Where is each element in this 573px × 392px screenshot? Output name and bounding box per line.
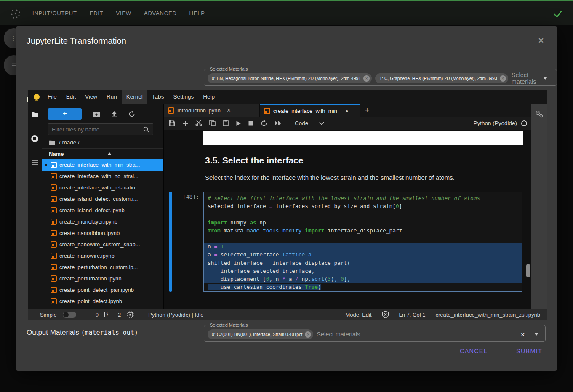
upload-icon[interactable] (111, 111, 117, 117)
lightbulb-icon[interactable] (34, 94, 40, 100)
jupyter-menu-item[interactable]: Help (198, 90, 219, 104)
material-chip[interactable]: 1: C, Graphene, HEX (P6/mmm) 2D (Monolay… (375, 73, 508, 83)
save-icon[interactable] (169, 120, 175, 126)
file-list-item[interactable]: create_nanowire.ipynb (42, 250, 163, 261)
input-dropdown-arrow-icon[interactable] (543, 77, 547, 80)
new-launcher-button[interactable]: + (48, 108, 82, 120)
code-cell-editor[interactable]: # select the first interface with the lo… (203, 192, 522, 292)
jupyter-menu-item[interactable]: View (80, 90, 102, 104)
refresh-icon[interactable] (128, 111, 135, 117)
file-list-item[interactable]: create_interface_with_no_strai... (42, 171, 163, 182)
topbar-menu-item[interactable]: HELP (189, 10, 205, 16)
running-sessions-tab-icon[interactable] (31, 135, 39, 143)
kernels-count[interactable]: 2 (118, 312, 121, 318)
input-select-placeholder[interactable]: Select materials (512, 72, 536, 85)
sort-ascending-icon (107, 152, 112, 155)
kernel-name[interactable]: Python (Pyodide) (473, 120, 517, 126)
property-inspector-gears-icon[interactable] (535, 110, 544, 119)
app-logo-icon[interactable] (10, 8, 21, 19)
notebook-scrollbar[interactable] (526, 130, 530, 309)
jupyter-menu-item[interactable]: Run (102, 90, 122, 104)
notebook-toolbar: Code Python (Pyodide) (164, 117, 531, 130)
tab-create-interface[interactable]: create_interface_with_min_ ● (260, 104, 360, 117)
topbar-menu-item[interactable]: INPUT/OUTPUT (32, 10, 77, 16)
terminal-icon[interactable]: $_ (104, 312, 112, 317)
home-folder-icon[interactable] (49, 140, 56, 145)
cursor-position[interactable]: Ln 7, Col 1 (399, 312, 426, 318)
notebook-scroll-area[interactable]: 3.5. Select the interface Select the ind… (164, 130, 531, 309)
copy-cell-icon[interactable] (209, 120, 216, 126)
code-line: selected_interface = interfaces_sorted_b… (204, 202, 522, 210)
topbar-menu-item[interactable]: ADVANCED (144, 10, 177, 16)
material-chip[interactable]: 0: C2(001)-BN(001), Interface, Strain 0.… (208, 329, 313, 339)
cancel-button[interactable]: CANCEL (456, 344, 492, 358)
tab-introduction[interactable]: Introduction.ipynb × (164, 104, 260, 117)
stop-kernel-icon[interactable] (248, 121, 253, 126)
restart-run-all-icon[interactable] (275, 120, 282, 126)
input-materials-select[interactable]: Selected Materials 0: BN, Hexagonal Boro… (204, 67, 557, 86)
file-list-item[interactable]: create_nanowire_custom_shap... (42, 239, 163, 250)
terminals-count[interactable]: 0 (96, 312, 99, 318)
breadcrumb[interactable]: / made / (42, 135, 163, 148)
clear-selection-icon[interactable]: × (520, 331, 525, 339)
file-list-item[interactable]: create_island_defect_custom.i... (42, 193, 163, 205)
jupyter-menu-item[interactable]: Tabs (147, 90, 169, 104)
paste-cell-icon[interactable] (223, 120, 229, 126)
file-list-header[interactable]: Name ... (42, 148, 163, 159)
output-materials-select[interactable]: Selected Materials 0: C2(001)-BN(001), I… (204, 323, 546, 342)
topbar-menu-item[interactable]: VIEW (116, 10, 131, 16)
jupyter-menu-item[interactable]: Kernel (122, 90, 147, 104)
trust-shield-icon[interactable] (382, 311, 389, 318)
file-list-item[interactable]: create_perturbation.ipynb (42, 273, 163, 284)
breadcrumb-path: / made / (59, 139, 80, 146)
notebook-file-icon (51, 184, 57, 191)
kernel-idle-icon[interactable] (521, 120, 527, 126)
left-activity-bar (28, 104, 42, 309)
file-list-item[interactable]: create_point_defect_pair.ipynb (42, 284, 163, 296)
jupyter-menu-item[interactable]: File (43, 90, 61, 104)
cut-cell-icon[interactable] (195, 120, 202, 126)
kernel-chip-icon[interactable] (127, 311, 134, 318)
simple-mode-toggle[interactable] (63, 312, 76, 318)
code-line: displacement=[0, n * a / np.sqrt(3), 0], (204, 275, 522, 283)
file-filter-input[interactable] (52, 126, 141, 133)
file-browser-tab-icon[interactable] (31, 112, 39, 118)
add-cell-icon[interactable] (182, 120, 188, 126)
file-list-item[interactable]: create_monolayer.ipynb (42, 216, 163, 227)
file-list-item[interactable]: create_nanoribbon.ipynb (42, 227, 163, 239)
jupyter-menu-item[interactable]: Settings (168, 90, 198, 104)
file-list-item[interactable]: create_perturbation_custom.ip... (42, 261, 163, 273)
topbar-menu-item[interactable]: EDIT (90, 10, 104, 16)
notebook-file-icon (51, 287, 57, 293)
file-name: create_monolayer.ipynb (59, 219, 120, 225)
input-materials-legend: Selected Materials (208, 67, 250, 72)
restart-kernel-icon[interactable] (261, 120, 267, 127)
jupyter-menu-item[interactable]: Edit (61, 90, 80, 104)
file-list-more-icon[interactable]: ... (155, 151, 160, 157)
cell-collapser-bar[interactable] (169, 192, 172, 292)
dialog-close-icon[interactable]: × (538, 35, 544, 45)
submit-button[interactable]: SUBMIT (512, 344, 546, 358)
file-list-item[interactable]: create_point_defect.ipynb (42, 296, 163, 307)
chip-remove-icon[interactable]: × (500, 75, 506, 82)
file-list-item[interactable]: create_island_defect.ipynb (42, 205, 163, 216)
tab-close-icon[interactable]: × (227, 107, 231, 114)
file-name: create_nanoribbon.ipynb (59, 230, 122, 236)
new-tab-button[interactable]: + (360, 104, 374, 117)
file-filter-box (48, 123, 153, 135)
cell-type-dropdown[interactable]: Code (295, 120, 324, 126)
chip-remove-icon[interactable]: × (305, 331, 311, 338)
run-cell-icon[interactable] (236, 120, 241, 126)
file-list-item[interactable]: create_interface_with_min_stra... (42, 159, 163, 171)
output-select-placeholder[interactable]: Select materials (317, 331, 360, 338)
new-folder-icon[interactable] (93, 111, 100, 117)
scrollbar-thumb[interactable] (526, 264, 530, 277)
chip-remove-icon[interactable]: × (363, 75, 370, 82)
material-chip[interactable]: 0: BN, Hexagonal Boron Nitride, HEX (P6/… (208, 73, 372, 83)
kernel-status-text[interactable]: Python (Pyodide) | Idle (148, 312, 203, 318)
notebook-file-icon (51, 230, 57, 236)
file-name: create_perturbation_custom.ip... (59, 264, 140, 270)
output-dropdown-arrow-icon[interactable] (534, 333, 538, 336)
table-of-contents-tab-icon[interactable] (31, 160, 39, 165)
file-list-item[interactable]: create_interface_with_relaxatio... (42, 182, 163, 193)
